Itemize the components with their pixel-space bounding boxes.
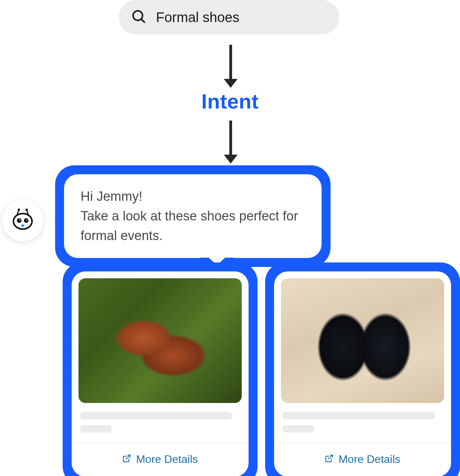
- chat-body: Take a look at these shoes perfect for f…: [81, 206, 305, 246]
- product-text-placeholder: [274, 403, 451, 438]
- svg-point-9: [19, 219, 21, 221]
- flow-arrow-intent-to-chat: [224, 121, 238, 164]
- search-query-text: Formal shoes: [156, 10, 239, 25]
- bot-avatar-icon: [10, 207, 35, 234]
- svg-line-13: [328, 455, 333, 459]
- external-link-icon: [325, 453, 334, 466]
- svg-point-5: [25, 208, 28, 211]
- svg-point-7: [17, 218, 22, 223]
- svg-line-1: [141, 19, 144, 22]
- external-link-icon: [122, 453, 131, 466]
- svg-point-10: [26, 219, 28, 221]
- more-details-label: More Details: [136, 453, 198, 466]
- bot-avatar: [2, 200, 43, 241]
- more-details-link[interactable]: More Details: [274, 443, 451, 476]
- svg-line-12: [126, 455, 130, 459]
- svg-point-8: [24, 218, 29, 223]
- flow-arrow-search-to-intent: [224, 45, 238, 88]
- chat-bubble: Hi Jemmy! Take a look at these shoes per…: [55, 165, 331, 267]
- product-text-placeholder: [72, 403, 249, 438]
- more-details-label: More Details: [338, 453, 400, 466]
- product-image: [274, 278, 451, 403]
- intent-label: Intent: [0, 90, 460, 113]
- product-card: More Details: [63, 262, 258, 476]
- svg-point-3: [18, 208, 20, 211]
- svg-point-11: [21, 225, 24, 227]
- product-card: More Details: [265, 262, 460, 476]
- product-image: [72, 278, 249, 403]
- product-cards-row: More Details More: [63, 262, 460, 476]
- search-icon: [131, 9, 146, 25]
- chat-greeting: Hi Jemmy!: [81, 187, 305, 206]
- more-details-link[interactable]: More Details: [72, 443, 249, 476]
- search-bar[interactable]: Formal shoes: [119, 0, 339, 34]
